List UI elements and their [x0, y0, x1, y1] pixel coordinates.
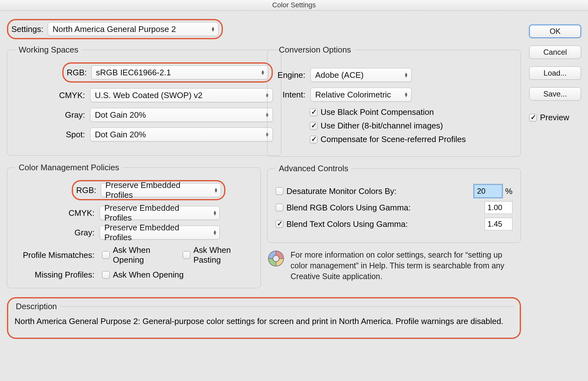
description-legend: Description	[13, 302, 60, 311]
ask-pasting-mismatch-label: Ask When Pasting	[193, 245, 252, 265]
ws-cmyk-label: CMYK:	[15, 91, 85, 100]
settings-value: North America General Purpose 2	[52, 24, 176, 34]
ok-button[interactable]: OK	[529, 25, 581, 38]
ask-opening-mismatch-checkbox[interactable]	[102, 251, 110, 259]
chevron-updown-icon: ▲▼	[211, 27, 215, 32]
missing-profiles-label: Missing Profiles:	[15, 270, 95, 280]
ask-opening-mismatch-label: Ask When Opening	[113, 245, 175, 265]
engine-popup[interactable]: Adobe (ACE) ▲▼	[310, 68, 412, 82]
preview-checkbox[interactable]	[529, 114, 537, 122]
color-wheel-icon	[267, 250, 285, 267]
info-row: For more information on color settings, …	[267, 250, 521, 282]
profile-mismatches-label: Profile Mismatches:	[15, 250, 95, 260]
pol-rgb-value: Preserve Embedded Profiles	[106, 180, 207, 200]
chevron-updown-icon: ▲▼	[261, 70, 265, 75]
ws-cmyk-popup[interactable]: U.S. Web Coated (SWOP) v2 ▲▼	[90, 88, 273, 102]
color-settings-dialog: Color Settings Settings: North America G…	[0, 0, 588, 381]
highlight-description: Description North America General Purpos…	[7, 297, 521, 339]
intent-label: Intent:	[276, 90, 305, 100]
highlight-rgb-workingspace: RGB: sRGB IEC61966-2.1 ▲▼	[62, 62, 273, 83]
blend-text-checkbox[interactable]	[276, 220, 283, 228]
desaturate-label: Desaturate Monitor Colors By:	[286, 186, 396, 196]
window-title: Color Settings	[0, 0, 588, 11]
ws-rgb-label: RGB:	[67, 68, 87, 78]
ws-gray-popup[interactable]: Dot Gain 20% ▲▼	[90, 108, 273, 122]
ask-pasting-mismatch-checkbox[interactable]	[183, 251, 190, 259]
pol-cmyk-label: CMYK:	[15, 208, 95, 218]
working-spaces-legend: Working Spaces	[15, 45, 82, 55]
chevron-updown-icon: ▲▼	[213, 210, 217, 215]
blackpoint-checkbox[interactable]	[310, 109, 317, 116]
ws-spot-label: Spot:	[15, 130, 85, 140]
pol-gray-value: Preserve Embedded Profiles	[104, 223, 206, 242]
desaturate-suffix: %	[505, 186, 512, 196]
engine-label: Engine:	[276, 70, 305, 80]
ws-rgb-value: sRGB IEC61966-2.1	[96, 68, 171, 78]
dither-checkbox[interactable]	[310, 122, 317, 130]
ws-spot-popup[interactable]: Dot Gain 20% ▲▼	[90, 128, 273, 141]
settings-popup[interactable]: North America General Purpose 2 ▲▼	[48, 22, 218, 36]
ws-spot-value: Dot Gain 20%	[95, 130, 146, 140]
intent-value: Relative Colorimetric	[315, 90, 391, 100]
pol-cmyk-value: Preserve Embedded Profiles	[104, 203, 206, 223]
pol-gray-popup[interactable]: Preserve Embedded Profiles ▲▼	[100, 226, 220, 240]
chevron-updown-icon: ▲▼	[404, 72, 408, 78]
blend-text-label: Blend Text Colors Using Gamma:	[286, 219, 408, 229]
save-button[interactable]: Save...	[529, 87, 581, 101]
engine-value: Adobe (ACE)	[315, 70, 364, 80]
highlight-rgb-policy: RGB: Preserve Embedded Profiles ▲▼	[72, 180, 225, 200]
blend-rgb-checkbox[interactable]	[276, 204, 283, 211]
chevron-updown-icon: ▲▼	[404, 92, 408, 97]
blend-rgb-input[interactable]	[485, 201, 512, 214]
description-text: North America General Purpose 2: General…	[15, 316, 513, 327]
ws-gray-value: Dot Gain 20%	[95, 110, 146, 120]
description-group: Description North America General Purpos…	[13, 302, 515, 329]
preview-label: Preview	[540, 113, 569, 122]
desaturate-checkbox[interactable]	[276, 187, 283, 195]
conversion-group: Conversion Options Engine: Adobe (ACE) ▲…	[267, 45, 521, 157]
blackpoint-label: Use Black Point Compensation	[321, 107, 434, 117]
pol-rgb-label: RGB:	[76, 185, 96, 195]
chevron-updown-icon: ▲▼	[213, 230, 217, 235]
ws-cmyk-value: U.S. Web Coated (SWOP) v2	[95, 91, 203, 100]
ask-opening-missing-checkbox[interactable]	[102, 271, 110, 279]
policies-legend: Color Management Policies	[15, 163, 122, 172]
advanced-legend: Advanced Controls	[276, 164, 352, 173]
load-button[interactable]: Load...	[529, 66, 581, 80]
svg-point-0	[273, 255, 279, 262]
pol-gray-label: Gray:	[15, 228, 95, 238]
settings-label: Settings:	[11, 24, 43, 34]
compensate-label: Compensate for Scene-referred Profiles	[321, 134, 466, 144]
advanced-group: Advanced Controls Desaturate Monitor Col…	[267, 164, 521, 243]
highlight-settings: Settings: North America General Purpose …	[7, 19, 223, 39]
desaturate-input[interactable]	[474, 185, 502, 197]
blend-text-input[interactable]	[485, 218, 512, 230]
blend-rgb-label: Blend RGB Colors Using Gamma:	[286, 203, 411, 213]
intent-popup[interactable]: Relative Colorimetric ▲▼	[310, 88, 412, 102]
info-text: For more information on color settings, …	[291, 250, 521, 282]
dither-label: Use Dither (8-bit/channel images)	[321, 121, 443, 131]
compensate-checkbox[interactable]	[310, 136, 317, 143]
button-panel: OK Cancel Load... Save... Preview	[529, 19, 581, 374]
pol-cmyk-popup[interactable]: Preserve Embedded Profiles ▲▼	[100, 206, 220, 220]
pol-rgb-popup[interactable]: Preserve Embedded Profiles ▲▼	[101, 183, 221, 197]
conversion-legend: Conversion Options	[276, 45, 354, 55]
ask-opening-missing-label: Ask When Opening	[113, 270, 184, 280]
working-spaces-group: Working Spaces RGB: sRGB IEC61966-2.1 ▲▼	[7, 45, 281, 156]
ws-rgb-popup[interactable]: sRGB IEC61966-2.1 ▲▼	[91, 66, 268, 79]
ws-gray-label: Gray:	[15, 110, 85, 120]
cancel-button[interactable]: Cancel	[529, 46, 581, 59]
policies-group: Color Management Policies RGB: Preserve …	[7, 163, 261, 288]
chevron-updown-icon: ▲▼	[214, 188, 218, 193]
